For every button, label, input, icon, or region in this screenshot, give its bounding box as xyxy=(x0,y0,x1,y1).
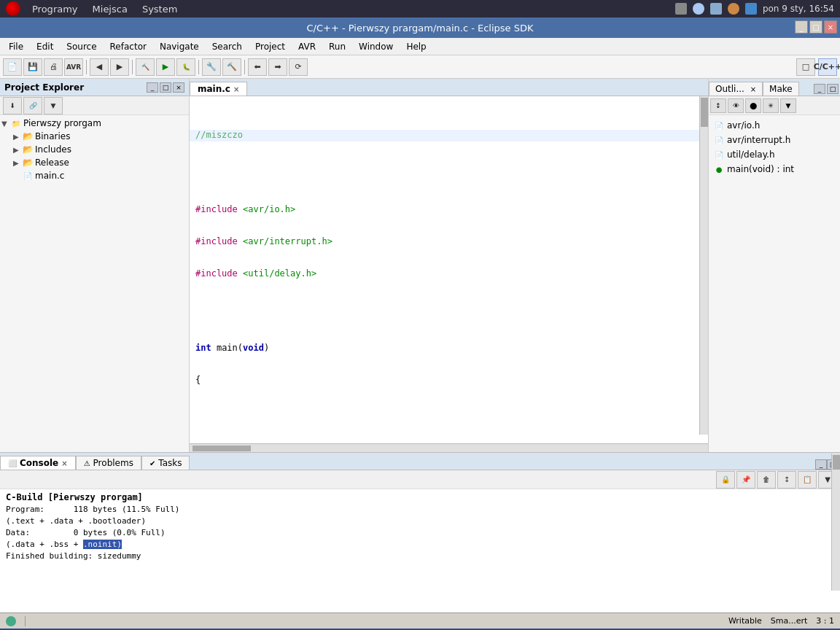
menu-project[interactable]: Project xyxy=(249,40,291,53)
console-scrollbar[interactable] xyxy=(831,454,840,591)
outline-panel-buttons[interactable]: _ □ xyxy=(814,84,839,94)
maximize-button[interactable]: □ xyxy=(809,20,822,34)
window-title: C/C++ - Pierwszy prargam/main.c - Eclips… xyxy=(306,23,533,34)
forward-button[interactable]: ▶ xyxy=(110,58,129,76)
system-menu-programy[interactable]: Programy xyxy=(32,4,78,15)
outline-hide-btn[interactable]: 👁 xyxy=(728,98,744,113)
bottom-tab-problems[interactable]: ⚠ Problems xyxy=(76,456,141,470)
pe-collapse-button[interactable]: ⬇ xyxy=(3,97,22,114)
outline-tab-close[interactable]: × xyxy=(750,85,756,93)
print-button[interactable]: 🖨 xyxy=(44,58,63,76)
outline-menu-btn[interactable]: ▼ xyxy=(780,98,796,113)
bottom-tab-console[interactable]: ⬜ Console × xyxy=(0,456,76,470)
outline-asterisk-btn[interactable]: ✳ xyxy=(763,98,779,113)
outline-label-avrinterrupt: avr/interrupt.h xyxy=(727,135,790,145)
outline-label-main: main(void) : int xyxy=(727,164,794,174)
console-lock-btn[interactable]: 🔒 xyxy=(716,471,735,489)
console-title: C-Build [Pierwszy prorgam] xyxy=(6,492,834,502)
tree-item-mainc[interactable]: 📄 main.c xyxy=(1,169,187,182)
expand-arrow-release: ▶ xyxy=(13,159,22,167)
code-content: //miszczo #include <avr/io.h> #include <… xyxy=(190,96,708,443)
tool-btn-2[interactable]: 🔨 xyxy=(222,58,241,76)
menu-run[interactable]: Run xyxy=(323,40,351,53)
new-button[interactable]: 📄 xyxy=(3,58,22,76)
outline-label-avrio: avr/io.h xyxy=(727,120,760,131)
editor-tab-close[interactable]: × xyxy=(233,85,239,93)
open-perspective[interactable]: □ xyxy=(796,58,815,76)
menu-window[interactable]: Window xyxy=(353,40,399,53)
menu-search[interactable]: Search xyxy=(206,40,248,53)
back-button[interactable]: ◀ xyxy=(90,58,109,76)
menu-help[interactable]: Help xyxy=(400,40,432,53)
console-tab-close[interactable]: × xyxy=(61,459,67,467)
os-logo xyxy=(6,1,20,16)
sync-btn[interactable]: ⟳ xyxy=(289,58,308,76)
editor-scrollbar-thumb[interactable] xyxy=(701,98,708,127)
pe-link-button[interactable]: 🔗 xyxy=(23,97,42,114)
console-clear-btn[interactable]: 🗑 xyxy=(757,471,776,489)
outline-panel: Outli... × Make _ □ ↕ 👁 ⬤ ✳ ▼ xyxy=(709,79,840,452)
menu-refactor[interactable]: Refactor xyxy=(104,40,152,53)
includes-icon: 📂 xyxy=(22,144,34,155)
outline-minimize[interactable]: _ xyxy=(814,84,825,94)
next-btn[interactable]: ➡ xyxy=(268,58,287,76)
menu-file[interactable]: File xyxy=(3,40,29,53)
system-menu-miejsca[interactable]: Miejsca xyxy=(93,4,128,15)
console-scrollbar-thumb[interactable] xyxy=(833,455,840,470)
minimize-button[interactable]: _ xyxy=(795,20,808,34)
toolbar-sep-4 xyxy=(244,60,245,74)
system-menu-system[interactable]: System xyxy=(142,4,177,15)
panel-close-button[interactable]: × xyxy=(173,82,184,93)
avr-button[interactable]: AVR xyxy=(64,58,83,76)
editor-scrollbar-h[interactable] xyxy=(190,443,708,452)
menu-avr[interactable]: AVR xyxy=(292,40,322,53)
build-button[interactable]: 🔨 xyxy=(136,58,155,76)
pe-menu-button[interactable]: ▼ xyxy=(44,97,63,114)
current-perspective[interactable]: C/C++ xyxy=(818,58,837,76)
outline-tab[interactable]: Outli... × xyxy=(709,82,763,96)
panel-maximize-button[interactable]: □ xyxy=(160,82,171,93)
prev-btn[interactable]: ⬅ xyxy=(248,58,267,76)
console-scroll-lock-btn[interactable]: ↕ xyxy=(777,471,796,489)
menu-navigate[interactable]: Navigate xyxy=(154,40,205,53)
menu-edit[interactable]: Edit xyxy=(31,40,59,53)
console-copy-btn[interactable]: 📋 xyxy=(798,471,817,489)
panel-minimize-button[interactable]: _ xyxy=(147,82,158,93)
editor-tab-mainc[interactable]: main.c × xyxy=(190,82,247,96)
window-controls[interactable]: _ □ × xyxy=(795,20,837,34)
outline-item-utildelay[interactable]: 📄 util/delay.h xyxy=(712,147,837,162)
header-icon-utildelay: 📄 xyxy=(713,149,725,160)
editor-tab-label: main.c xyxy=(198,84,230,94)
scrollbar-h-thumb[interactable] xyxy=(192,446,251,451)
editor-scrollbar-v[interactable] xyxy=(699,96,708,435)
tree-root-project[interactable]: ▼ 📁 Pierwszy prorgam xyxy=(1,117,187,130)
header-icon-avrinterrupt: 📄 xyxy=(713,134,725,146)
debug-button[interactable]: 🐛 xyxy=(176,58,195,76)
make-tab[interactable]: Make xyxy=(763,82,799,96)
console-line-4: Data: 0 bytes (0.0% Full) xyxy=(6,527,834,539)
run-button[interactable]: ▶ xyxy=(156,58,175,76)
outline-sort-btn[interactable]: ↕ xyxy=(710,98,726,113)
outline-maximize[interactable]: □ xyxy=(827,84,839,94)
bottom-tab-tasks[interactable]: ✔ Tasks xyxy=(141,456,190,470)
save-button[interactable]: 💾 xyxy=(23,58,42,76)
code-editor[interactable]: //miszczo #include <avr/io.h> #include <… xyxy=(190,96,708,443)
panel-header-buttons[interactable]: _ □ × xyxy=(147,82,184,93)
tool-btn-1[interactable]: 🔧 xyxy=(202,58,221,76)
outline-item-avrio[interactable]: 📄 avr/io.h xyxy=(712,118,837,133)
release-icon: 📂 xyxy=(22,157,34,168)
mainc-label: main.c xyxy=(35,171,64,181)
console-pin-btn[interactable]: 📌 xyxy=(736,471,755,489)
tree-item-includes[interactable]: ▶ 📂 Includes xyxy=(1,143,187,156)
outline-filter-btn[interactable]: ⬤ xyxy=(745,98,761,113)
tree-item-release[interactable]: ▶ 📂 Release xyxy=(1,156,187,169)
tree-item-binaries[interactable]: ▶ 📂 Binaries xyxy=(1,130,187,143)
menu-source[interactable]: Source xyxy=(61,40,102,53)
outline-item-main[interactable]: ● main(void) : int xyxy=(712,162,837,176)
bottom-minimize[interactable]: _ xyxy=(815,459,827,470)
outline-item-avrinterrupt[interactable]: 📄 avr/interrupt.h xyxy=(712,133,837,147)
status-smart: Sma...ert xyxy=(771,616,808,626)
close-button[interactable]: × xyxy=(824,20,837,34)
content-area: Project Explorer _ □ × ⬇ 🔗 ▼ ▼ 📁 Pierwsz… xyxy=(0,79,840,452)
code-line-6 xyxy=(190,300,708,312)
